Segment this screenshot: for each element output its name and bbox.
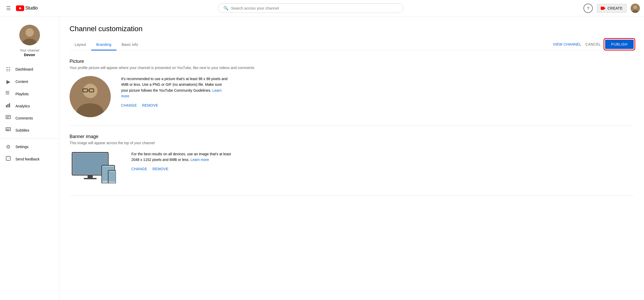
- banner-remove-button[interactable]: REMOVE: [152, 167, 168, 171]
- picture-remove-button[interactable]: REMOVE: [142, 103, 158, 107]
- sidebar-item-playlists[interactable]: Playlists: [0, 88, 59, 100]
- svg-rect-15: [9, 103, 10, 107]
- svg-rect-16: [6, 115, 11, 119]
- svg-rect-13: [6, 105, 7, 107]
- sidebar: Your channel Devon ☷ Dashboard ▶ Content: [0, 16, 59, 300]
- svg-rect-17: [7, 116, 10, 117]
- profile-picture: [70, 76, 111, 117]
- publish-button[interactable]: PUBLISH: [605, 40, 634, 49]
- playlists-icon: [5, 91, 11, 97]
- svg-rect-31: [88, 175, 93, 178]
- picture-row: It's recommended to use a picture that's…: [70, 76, 634, 117]
- sidebar-nav: ☷ Dashboard ▶ Content Playlists: [0, 63, 59, 165]
- sidebar-item-subtitles[interactable]: Subtitles: [0, 124, 59, 136]
- svg-rect-21: [6, 130, 9, 130]
- tab-branding-label: Branding: [96, 42, 111, 47]
- subtitles-icon: [5, 127, 11, 133]
- dashboard-icon: ☷: [5, 66, 11, 72]
- settings-icon: ⚙: [5, 144, 11, 150]
- analytics-icon: [5, 103, 11, 109]
- create-button[interactable]: CREATE: [597, 4, 626, 13]
- banner-section-title: Banner image: [70, 134, 634, 139]
- picture-section-title: Picture: [70, 59, 634, 64]
- sidebar-item-send-feedback[interactable]: ! Send feedback: [0, 153, 59, 165]
- svg-rect-38: [109, 172, 115, 182]
- search-bar-wrapper: 🔍: [38, 3, 583, 13]
- svg-point-5: [633, 5, 637, 9]
- top-navigation: ☰ Studio 🔍 ? CREATE: [0, 0, 644, 16]
- search-bar: 🔍: [218, 3, 403, 13]
- banner-recommendation-text: For the best results on all devices, use…: [131, 151, 240, 163]
- picture-change-button[interactable]: CHANGE: [121, 103, 137, 107]
- svg-rect-18: [7, 117, 9, 118]
- svg-rect-10: [6, 91, 9, 92]
- sidebar-channel-avatar[interactable]: [19, 25, 40, 45]
- banner-row: For the best results on all devices, use…: [70, 151, 634, 187]
- banner-recommendation: For the best results on all devices, use…: [131, 152, 231, 162]
- create-button-label: CREATE: [607, 6, 623, 10]
- sidebar-item-analytics[interactable]: Analytics: [0, 100, 59, 112]
- logo-area[interactable]: Studio: [16, 5, 38, 11]
- sidebar-item-label-analytics: Analytics: [15, 104, 30, 108]
- svg-text:!: !: [7, 157, 8, 160]
- comments-icon: [5, 115, 11, 121]
- tab-basic-info-label: Basic info: [122, 42, 138, 47]
- content-icon: ▶: [5, 79, 11, 85]
- tab-layout-label: Layout: [75, 42, 86, 47]
- sidebar-item-label-playlists: Playlists: [15, 92, 29, 96]
- picture-section-desc: Your profile picture will appear where y…: [70, 66, 634, 70]
- cancel-button[interactable]: CANCEL: [586, 42, 601, 46]
- sidebar-item-comments[interactable]: Comments: [0, 112, 59, 124]
- sidebar-item-label-settings: Settings: [15, 145, 29, 149]
- tab-layout[interactable]: Layout: [70, 39, 91, 50]
- svg-rect-2: [601, 7, 604, 10]
- studio-logo-text: Studio: [25, 5, 38, 11]
- picture-recommendation: It's recommended to use a picture that's…: [121, 77, 227, 92]
- sidebar-divider: [0, 138, 59, 139]
- banner-info: For the best results on all devices, use…: [131, 151, 240, 171]
- tabs-actions: VIEW CHANNEL CANCEL PUBLISH: [553, 40, 634, 50]
- user-avatar-nav[interactable]: [631, 4, 640, 13]
- youtube-logo-icon: [16, 5, 24, 11]
- picture-recommendation-text: It's recommended to use a picture that's…: [121, 76, 229, 99]
- tabs-area: Layout Branding Basic info VIEW CHANNEL …: [70, 39, 634, 50]
- create-video-icon: [601, 6, 606, 10]
- svg-rect-20: [6, 129, 10, 129]
- hamburger-menu-icon[interactable]: ☰: [4, 3, 13, 13]
- picture-action-buttons: CHANGE REMOVE: [121, 103, 229, 107]
- svg-rect-11: [6, 92, 9, 93]
- tab-basic-info[interactable]: Basic info: [116, 39, 143, 50]
- banner-preview: [70, 151, 121, 187]
- svg-rect-12: [6, 94, 9, 94]
- feedback-icon: !: [5, 156, 11, 162]
- sidebar-item-settings[interactable]: ⚙ Settings: [0, 141, 59, 153]
- sidebar-item-label-subtitles: Subtitles: [15, 128, 29, 132]
- sidebar-item-dashboard[interactable]: ☷ Dashboard: [0, 63, 59, 75]
- tabs: Layout Branding Basic info: [70, 39, 143, 50]
- help-button[interactable]: ?: [583, 4, 593, 13]
- sidebar-item-label-comments: Comments: [15, 116, 33, 120]
- sidebar-your-channel-label: Your channel: [20, 48, 39, 52]
- sidebar-item-label-send-feedback: Send feedback: [15, 157, 39, 161]
- banner-section: Banner image This image will appear acro…: [70, 126, 634, 196]
- picture-section: Picture Your profile picture will appear…: [70, 50, 634, 126]
- search-input[interactable]: [231, 6, 398, 10]
- tab-branding[interactable]: Branding: [91, 39, 116, 50]
- banner-section-desc: This image will appear across the top of…: [70, 141, 634, 145]
- banner-change-button[interactable]: CHANGE: [131, 167, 147, 171]
- banner-learn-more-link[interactable]: Learn more: [191, 158, 209, 162]
- svg-rect-14: [7, 104, 9, 107]
- topnav-right: ? CREATE: [583, 4, 640, 13]
- banner-action-buttons: CHANGE REMOVE: [131, 167, 240, 171]
- main-content: Channel customization Layout Branding Ba…: [59, 16, 644, 300]
- sidebar-item-content[interactable]: ▶ Content: [0, 75, 59, 88]
- banner-devices-illustration: [71, 151, 116, 183]
- svg-point-25: [83, 84, 97, 98]
- page-layout: Your channel Devon ☷ Dashboard ▶ Content: [0, 16, 644, 300]
- view-channel-button[interactable]: VIEW CHANNEL: [553, 42, 581, 46]
- page-title: Channel customization: [70, 25, 634, 33]
- svg-point-8: [26, 28, 34, 37]
- svg-rect-32: [84, 178, 97, 179]
- sidebar-item-label-dashboard: Dashboard: [15, 67, 33, 71]
- picture-info: It's recommended to use a picture that's…: [121, 76, 229, 107]
